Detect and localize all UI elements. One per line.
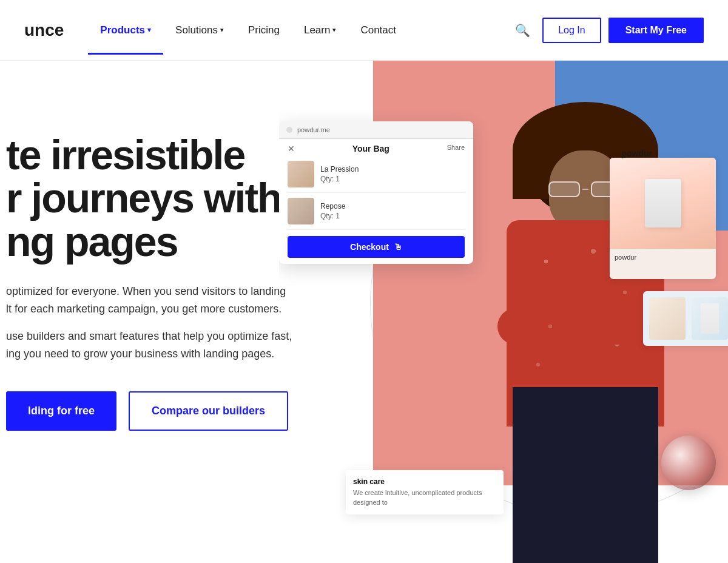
start-building-button[interactable]: lding for free [6, 391, 116, 431]
hero-section: te irresistible r journeys with ng pages… [0, 61, 728, 563]
product-image-3 [692, 297, 728, 340]
cart-item-1: La Pression Qty: 1 [288, 156, 465, 193]
checkout-cursor-icon: 🖱 [394, 242, 402, 252]
ui-card-nav: ✕ Your Bag Share [279, 139, 473, 156]
products-chevron-icon: ▾ [147, 26, 151, 34]
ui-card-browser-bar: powdur.me [279, 121, 473, 139]
ui-card-url: powdur.me [297, 126, 330, 133]
hero-visual: powdur.me ✕ Your Bag Share La Pression Q… [279, 61, 728, 563]
hero-subtext-2: use builders and smart features that hel… [6, 328, 334, 363]
cart-item-2-name: Repose [320, 202, 465, 211]
browser-dot [286, 127, 292, 133]
search-icon: 🔍 [515, 24, 530, 37]
ui-skincare-card: skin care We create intuitive, uncomplic… [346, 470, 504, 514]
ui-cart-card: powdur.me ✕ Your Bag Share La Pression Q… [279, 121, 473, 264]
main-nav: Products ▾ Solutions ▾ Pricing Learn ▾ C… [88, 18, 510, 42]
ui-card-items: La Pression Qty: 1 Repose Qty: 1 [279, 156, 473, 230]
nav-item-pricing[interactable]: Pricing [236, 18, 292, 42]
nav-item-products[interactable]: Products ▾ [88, 18, 163, 42]
skincare-title: skin care [353, 477, 496, 486]
hero-buttons: lding for free Compare our builders [6, 391, 346, 431]
nav-item-learn[interactable]: Learn ▾ [292, 18, 348, 42]
product-image-2 [649, 297, 686, 340]
start-free-button[interactable]: Start My Free [608, 18, 704, 43]
product-jar [701, 303, 719, 334]
header-actions: 🔍 Log In Start My Free [510, 18, 704, 43]
cart-item-1-image [288, 161, 314, 187]
solutions-chevron-icon: ▾ [220, 26, 224, 34]
cart-item-2-image [288, 198, 314, 224]
header: unce Products ▾ Solutions ▾ Pricing Lear… [0, 0, 728, 61]
checkout-button[interactable]: Checkout 🖱 [288, 236, 465, 258]
skincare-desc: We create intuitive, uncomplicated produ… [353, 488, 496, 507]
product-bottle [645, 179, 681, 228]
cart-item-1-info: La Pression Qty: 1 [320, 165, 465, 183]
logo[interactable]: unce [24, 21, 64, 40]
powdur-brand-label: powdur [621, 149, 652, 158]
product-card-right-2 [643, 291, 728, 346]
cart-item-2-qty: Qty: 1 [320, 212, 465, 220]
nav-item-contact[interactable]: Contact [348, 18, 408, 42]
hero-subtext-1: optimized for everyone. When you send vi… [6, 283, 334, 318]
product-image-1 [610, 158, 716, 249]
learn-chevron-icon: ▾ [332, 26, 336, 34]
product-card-right-1: powdur [610, 158, 716, 279]
compare-builders-button[interactable]: Compare our builders [129, 391, 288, 431]
cart-item-1-qty: Qty: 1 [320, 175, 465, 183]
cart-item-1-name: La Pression [320, 165, 465, 174]
cart-item-2: Repose Qty: 1 [288, 193, 465, 230]
product-label-1: powdur [610, 249, 716, 266]
nav-item-solutions[interactable]: Solutions ▾ [163, 18, 236, 42]
cart-item-2-info: Repose Qty: 1 [320, 202, 465, 220]
search-button[interactable]: 🔍 [510, 18, 535, 42]
glass-sphere-decoration [661, 436, 716, 490]
login-button[interactable]: Log In [542, 18, 601, 43]
